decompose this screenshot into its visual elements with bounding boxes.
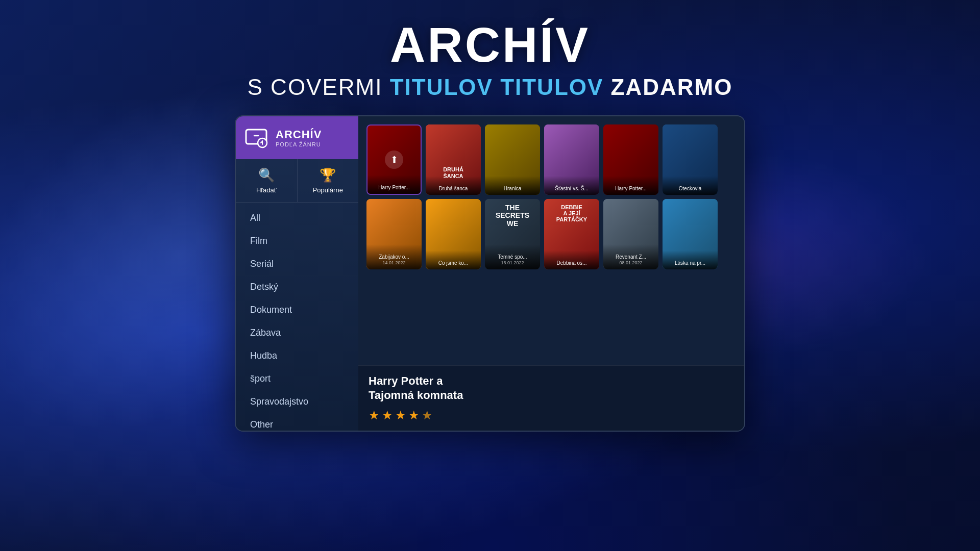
movie-card-revenant[interactable]: Revenant Z... 08.01.2022 <box>603 199 658 269</box>
star-4: ★ <box>408 408 420 422</box>
movie-card-cosme[interactable]: Co jsme ko... <box>426 199 481 269</box>
share-icon: ⬆ <box>385 151 403 169</box>
page-title: ARCHÍV <box>248 20 733 69</box>
content-grid: ⬆ Harry Potter... DRUHÁŠANCA Druhá šanca <box>358 116 744 365</box>
sidebar-item-other[interactable]: Other <box>236 413 358 431</box>
movie-card-hp1[interactable]: ⬆ Harry Potter... <box>366 124 422 195</box>
movie-title-hranica: Hranica <box>485 176 540 195</box>
subtitle-highlight-text: TITULOV <box>500 74 603 99</box>
search-action[interactable]: 🔍 Hľadať <box>236 159 298 202</box>
sidebar-item-zabava[interactable]: Zábava <box>236 321 358 344</box>
sidebar-item-spravodajstvo[interactable]: Spravodajstvo <box>236 390 358 413</box>
movie-title-zabijakov: Zabijakov o... 14.01.2022 <box>366 244 422 269</box>
archive-title: ARCHÍV <box>276 128 322 141</box>
movie-date-temne: 16.01.2022 <box>488 260 537 266</box>
star-1: ★ <box>369 408 380 422</box>
movie-card-zabijakov[interactable]: Zabijakov o... 14.01.2022 <box>366 199 422 269</box>
subtitle-highlight: TITULOV <box>390 74 493 99</box>
main-content: ⬆ Harry Potter... DRUHÁŠANCA Druhá šanca <box>358 116 744 431</box>
movie-card-hp2[interactable]: Harry Potter... <box>603 124 658 195</box>
movie-title-temne: Temné spo... 16.01.2022 <box>485 244 540 269</box>
movie-card-druha[interactable]: DRUHÁŠANCA Druhá šanca <box>426 124 481 195</box>
sidebar-item-all[interactable]: All <box>236 207 358 230</box>
movie-title-oteckovia: Oteckovia <box>663 176 718 195</box>
page-subtitle: S COVERMI TITULOV TITULOV ZADARMO <box>248 74 733 100</box>
movie-title-cosme: Co jsme ko... <box>426 251 481 269</box>
star-2: ★ <box>382 408 393 422</box>
app-ui: ARCHÍV PODĽA ŽÁNRU 🔍 Hľadať 🏆 Populárne <box>236 116 744 431</box>
sidebar: ARCHÍV PODĽA ŽÁNRU 🔍 Hľadať 🏆 Populárne <box>236 116 358 431</box>
sidebar-item-sport[interactable]: šport <box>236 367 358 390</box>
star-3: ★ <box>395 408 406 422</box>
movie-card-temne[interactable]: THESECRETSWE Temné spo... 16.01.2022 <box>485 199 540 269</box>
tv-screen: ARCHÍV PODĽA ŽÁNRU 🔍 Hľadať 🏆 Populárne <box>235 115 745 432</box>
detail-panel: Harry Potter aTajomná komnata ★ ★ ★ ★ ★ <box>358 365 744 431</box>
sidebar-item-hudba[interactable]: Hudba <box>236 344 358 367</box>
movie-title-laska: Láska na pr... <box>663 251 718 269</box>
sidebar-header-text: ARCHÍV PODĽA ŽÁNRU <box>276 128 322 147</box>
movie-card-debbina[interactable]: DEBBIEA JEJÍPARTÁČKY Debbina os... <box>544 199 599 269</box>
sidebar-item-detsky[interactable]: Detský <box>236 276 358 298</box>
sidebar-header: ARCHÍV PODĽA ŽÁNRU <box>236 116 358 159</box>
sidebar-actions: 🔍 Hľadať 🏆 Populárne <box>236 159 358 203</box>
star-rating: ★ ★ ★ ★ ★ <box>369 408 734 422</box>
sidebar-item-film[interactable]: Film <box>236 230 358 253</box>
popular-label: Populárne <box>313 186 343 194</box>
content-wrapper: ARCHÍV S COVERMI TITULOV TITULOV ZADARMO <box>0 0 980 551</box>
movie-date-zabijakov: 14.01.2022 <box>370 260 419 266</box>
archive-icon <box>244 126 268 150</box>
movie-title-hp1: Harry Potter... <box>368 175 421 194</box>
subtitle-suffix: ZADARMO <box>611 74 733 99</box>
movies-row-2: Zabijakov o... 14.01.2022 Co jsme ko... <box>366 199 736 269</box>
search-label: Hľadať <box>256 186 277 194</box>
trophy-icon: 🏆 <box>320 167 336 183</box>
movie-title-revenant: Revenant Z... 08.01.2022 <box>603 244 658 269</box>
archive-subtitle: PODĽA ŽÁNRU <box>276 141 322 147</box>
movie-card-oteckovia[interactable]: Oteckovia <box>663 124 718 195</box>
sidebar-menu: All Film Seriál Detský Dokument Zábava H… <box>236 203 358 431</box>
movie-date-revenant: 08.01.2022 <box>606 260 655 266</box>
movie-title-hp2: Harry Potter... <box>603 176 658 195</box>
movie-card-laska[interactable]: Láska na pr... <box>663 199 718 269</box>
detail-title: Harry Potter aTajomná komnata <box>369 374 734 403</box>
sidebar-item-serial[interactable]: Seriál <box>236 253 358 276</box>
search-icon: 🔍 <box>258 167 275 183</box>
movie-title-debbina: Debbina os... <box>544 251 599 269</box>
sidebar-item-dokument[interactable]: Dokument <box>236 298 358 321</box>
movies-row-1: ⬆ Harry Potter... DRUHÁŠANCA Druhá šanca <box>366 124 736 195</box>
subtitle-prefix: S COVERMI <box>248 74 383 99</box>
star-5: ★ <box>422 408 433 422</box>
popular-action[interactable]: 🏆 Populárne <box>298 159 359 202</box>
movie-card-hranica[interactable]: Hranica <box>485 124 540 195</box>
movie-title-druha: Druhá šanca <box>426 176 481 195</box>
movie-title-stastni: Šťastní vs. Š... <box>544 176 599 195</box>
header: ARCHÍV S COVERMI TITULOV TITULOV ZADARMO <box>248 0 733 100</box>
movie-card-stastni[interactable]: Šťastní vs. Š... <box>544 124 599 195</box>
